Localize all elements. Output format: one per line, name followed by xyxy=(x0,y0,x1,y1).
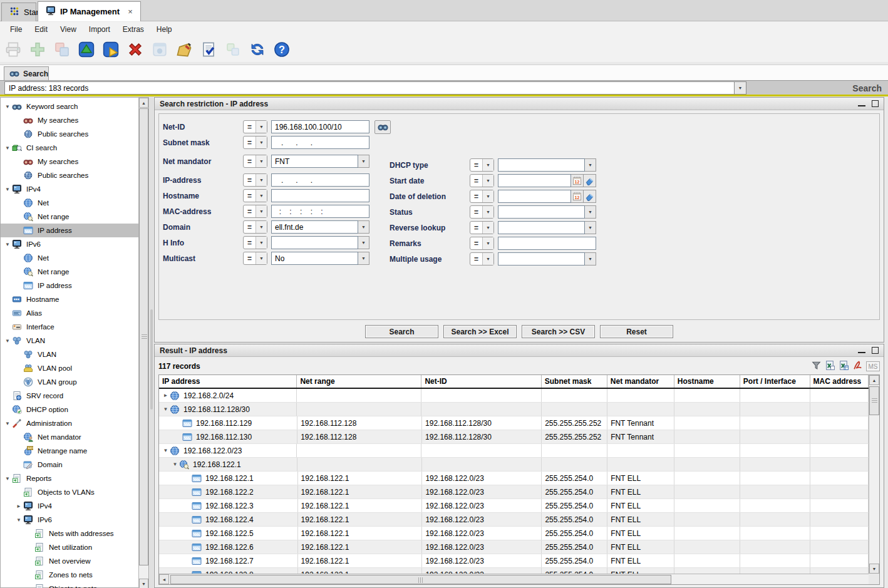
chevron-down-icon[interactable]: ▼ xyxy=(585,158,596,172)
sidebar-item-public-searches[interactable]: Public searches xyxy=(1,127,139,141)
table-row[interactable]: 192.168.112.129192.168.112.128192.168.11… xyxy=(159,416,869,430)
ip-address-input[interactable] xyxy=(271,173,369,187)
sidebar-item-net[interactable]: Net xyxy=(1,196,139,210)
expander-closed-icon[interactable]: ► xyxy=(162,393,170,398)
sidebar-item-ip-address[interactable]: IP address xyxy=(1,279,139,292)
sidebar-item-netrange-name[interactable]: Netrange name xyxy=(1,444,139,458)
scrollbar-up-icon[interactable]: ▲ xyxy=(139,98,148,108)
table-row[interactable]: 192.168.122.1192.168.122.1192.168.122.0/… xyxy=(159,472,869,485)
panel-maximize-icon[interactable] xyxy=(872,100,879,107)
multicast-input[interactable] xyxy=(271,252,358,265)
sidebar-item-dhcp-option[interactable]: DHCP option xyxy=(1,403,139,416)
export-excel-sheet-icon[interactable] xyxy=(839,360,849,373)
sidebar-item-reports[interactable]: ▼Reports xyxy=(1,472,139,485)
operator-select[interactable]: =▼ xyxy=(243,205,267,218)
sidebar-item-administration[interactable]: ▼Administration xyxy=(1,416,139,430)
net-id-search-button[interactable] xyxy=(374,120,391,134)
sidebar-scrollbar[interactable]: ▲ ▼ xyxy=(138,98,148,588)
menu-import[interactable]: Import xyxy=(83,24,116,35)
tab-ip-management[interactable]: IP Management × xyxy=(38,1,141,21)
expander-open-icon[interactable]: ▼ xyxy=(3,421,12,426)
expander-open-icon[interactable]: ▼ xyxy=(3,187,12,192)
expander-open-icon[interactable]: ▼ xyxy=(14,517,23,523)
menu-help[interactable]: Help xyxy=(150,24,178,35)
table-row[interactable]: ▼192.168.112.128/30 xyxy=(159,403,869,416)
table-hscrollbar[interactable]: ◄ xyxy=(159,574,869,584)
help-button[interactable]: ? xyxy=(272,40,291,59)
scrollbar-thumb[interactable] xyxy=(170,575,671,584)
column-header-net-mandator[interactable]: Net mandator xyxy=(607,375,674,388)
column-header-subnet-mask[interactable]: Subnet mask xyxy=(542,375,607,388)
panel-minimize-icon[interactable] xyxy=(858,101,865,106)
table-row[interactable]: 192.168.112.130192.168.112.128192.168.11… xyxy=(159,430,869,444)
menu-edit[interactable]: Edit xyxy=(28,24,54,35)
sidebar-item-net-mandator[interactable]: Net mandator xyxy=(1,430,139,444)
sidebar-item-public-searches[interactable]: Public searches xyxy=(1,168,139,182)
calendar-icon[interactable]: 12 xyxy=(571,174,584,187)
mac-address-input[interactable] xyxy=(271,205,369,218)
table-row[interactable]: 192.168.122.6192.168.122.1192.168.122.0/… xyxy=(159,540,869,554)
expander-open-icon[interactable]: ▼ xyxy=(3,242,12,247)
tab-start[interactable]: Start xyxy=(1,3,36,21)
expander-closed-icon[interactable]: ► xyxy=(14,503,23,509)
sidebar-item-net-overview[interactable]: Net overview xyxy=(1,554,139,568)
search-button[interactable]: Search xyxy=(365,325,438,338)
sidebar-item-vlan[interactable]: ▼VLAN xyxy=(1,334,139,348)
table-row[interactable]: 192.168.122.7192.168.122.1192.168.122.0/… xyxy=(159,554,869,568)
reverse-lookup-input[interactable] xyxy=(498,221,585,234)
sidebar-item-my-searches[interactable]: My searches xyxy=(1,113,139,127)
scrollbar-up-icon[interactable]: ▲ xyxy=(869,375,879,385)
chevron-down-icon[interactable]: ▼ xyxy=(585,221,596,234)
scrollbar-down-icon[interactable]: ▼ xyxy=(869,564,879,574)
column-header-net-id[interactable]: Net-ID xyxy=(421,375,541,388)
menu-extras[interactable]: Extras xyxy=(116,24,150,35)
add-button[interactable] xyxy=(28,40,47,59)
sidebar-item-ipv4[interactable]: ▼IPv4 xyxy=(1,182,139,196)
column-header-net-range[interactable]: Net range xyxy=(297,375,421,388)
search-excel-button[interactable]: Search >> Excel xyxy=(443,325,517,338)
sidebar-item-net-range[interactable]: Net range xyxy=(1,265,139,279)
sidebar-item-alias[interactable]: Alias xyxy=(1,306,139,320)
chevron-down-icon[interactable]: ▼ xyxy=(358,220,369,234)
panel-maximize-icon[interactable] xyxy=(872,347,879,354)
expander-open-icon[interactable]: ▼ xyxy=(162,448,170,453)
sidebar-item-net[interactable]: Net xyxy=(1,251,139,265)
refresh-button[interactable] xyxy=(248,40,267,59)
chevron-down-icon[interactable]: ▼ xyxy=(585,252,596,266)
sidebar-item-vlan-group[interactable]: VLAN group xyxy=(1,375,139,389)
operator-select[interactable]: =▼ xyxy=(243,252,267,265)
expander-open-icon[interactable]: ▼ xyxy=(3,145,12,151)
chevron-down-icon[interactable]: ▼ xyxy=(358,155,369,168)
sidebar-item-vlan-pool[interactable]: VLAN pool xyxy=(1,361,139,375)
h-info-input[interactable] xyxy=(271,236,358,249)
sidebar-item-vlan[interactable]: VLAN xyxy=(1,348,139,361)
operator-select[interactable]: =▼ xyxy=(470,158,494,172)
sidebar-item-ci-search[interactable]: ▼CI search xyxy=(1,141,139,155)
scrollbar-thumb[interactable] xyxy=(139,108,148,565)
search-csv-button[interactable]: Search >> CSV xyxy=(522,325,595,338)
sidebar-item-objects-to-vlans[interactable]: Objects to VLANs xyxy=(1,485,139,499)
remarks-input[interactable] xyxy=(498,237,596,250)
export-ms-button[interactable]: MS xyxy=(866,361,880,371)
table-row[interactable]: ►192.168.2.0/24 xyxy=(159,389,869,403)
print-button[interactable] xyxy=(4,40,23,59)
table-row[interactable]: 192.168.122.5192.168.122.1192.168.122.0/… xyxy=(159,527,869,540)
table-row[interactable]: ▼192.168.122.1 xyxy=(159,458,869,472)
operator-select[interactable]: =▼ xyxy=(243,236,267,249)
expander-open-icon[interactable]: ▼ xyxy=(3,104,12,110)
expander-open-icon[interactable]: ▼ xyxy=(3,338,12,344)
scrollbar-thumb[interactable] xyxy=(869,386,879,415)
menu-file[interactable]: File xyxy=(4,24,28,35)
column-header-ip-address[interactable]: IP address xyxy=(159,375,297,388)
operator-select[interactable]: =▼ xyxy=(470,205,494,219)
tab-search[interactable]: Search xyxy=(4,66,49,81)
operator-select[interactable]: =▼ xyxy=(470,237,494,250)
operator-select[interactable]: =▼ xyxy=(243,155,267,168)
sidebar-item-ipv6[interactable]: ▼IPv6 xyxy=(1,513,139,527)
operator-select[interactable]: =▼ xyxy=(470,221,494,234)
net-id-input[interactable] xyxy=(271,120,369,133)
sidebar-item-hostname[interactable]: Hostname xyxy=(1,292,139,306)
expander-open-icon[interactable]: ▼ xyxy=(3,476,12,482)
column-header-port-interface[interactable]: Port / Interface xyxy=(740,375,810,388)
sidebar-item-objects-to-nets[interactable]: Objects to nets xyxy=(1,582,139,588)
